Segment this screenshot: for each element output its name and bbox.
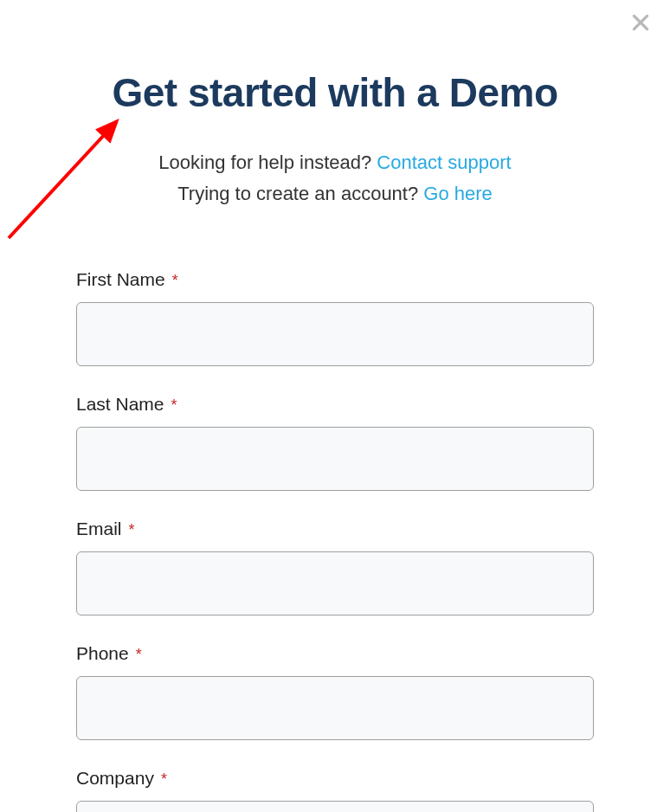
company-input[interactable] [76, 801, 594, 812]
required-star: * [129, 521, 135, 538]
required-star: * [171, 396, 177, 414]
form-group-last-name: Last Name* [76, 394, 594, 491]
label-text: Last Name [76, 394, 164, 414]
email-input[interactable] [76, 551, 594, 615]
required-star: * [172, 272, 178, 289]
form-group-email: Email* [76, 519, 594, 615]
form-group-phone: Phone* [76, 643, 594, 740]
company-label: Company* [76, 768, 594, 789]
demo-form: First Name* Last Name* Email* Phone* Com [76, 269, 594, 812]
go-here-link[interactable]: Go here [423, 183, 493, 204]
email-label: Email* [76, 519, 594, 539]
modal-title: Get started with a Demo [76, 69, 594, 116]
last-name-input[interactable] [76, 427, 594, 491]
form-group-first-name: First Name* [76, 269, 594, 366]
label-text: Phone [76, 643, 129, 663]
first-name-label: First Name* [76, 269, 594, 290]
contact-support-link[interactable]: Contact support [377, 151, 511, 173]
close-button[interactable] [627, 9, 654, 36]
close-icon [629, 11, 652, 34]
demo-modal: Get started with a Demo Looking for help… [0, 0, 670, 812]
required-star: * [161, 770, 167, 788]
label-text: First Name [76, 269, 165, 289]
phone-input[interactable] [76, 676, 594, 740]
label-text: Company [76, 768, 154, 788]
last-name-label: Last Name* [76, 394, 594, 415]
phone-label: Phone* [76, 643, 594, 664]
required-star: * [136, 646, 142, 663]
form-group-company: Company* [76, 768, 594, 812]
subtitle-block: Looking for help instead? Contact suppor… [76, 147, 594, 210]
subtitle-text-2: Trying to create an account? [177, 183, 423, 204]
subtitle-line-2: Trying to create an account? Go here [76, 178, 594, 209]
subtitle-text-1: Looking for help instead? [158, 151, 377, 173]
subtitle-line-1: Looking for help instead? Contact suppor… [76, 147, 594, 178]
first-name-input[interactable] [76, 302, 594, 366]
label-text: Email [76, 519, 122, 538]
